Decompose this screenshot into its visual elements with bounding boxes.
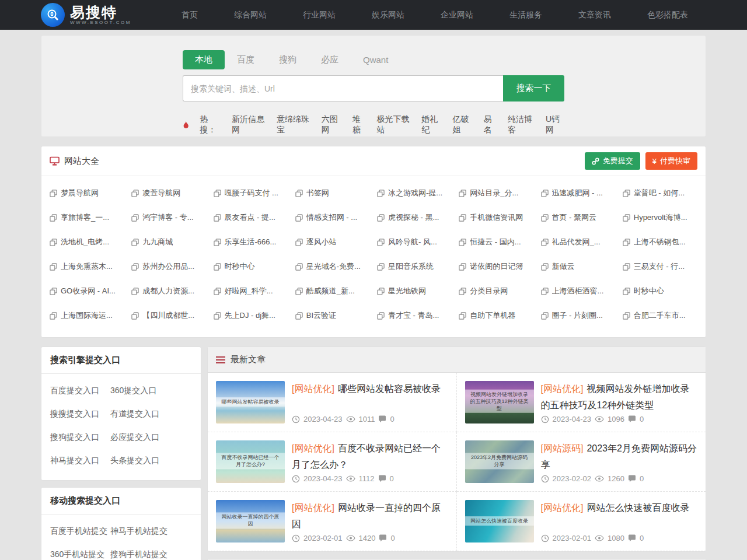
hot-search-link-7[interactable]: 亿破姐 bbox=[452, 114, 473, 135]
site-link[interactable]: Hypervolt海博... bbox=[619, 205, 701, 230]
hot-search-link-9[interactable]: 纯洁博客 bbox=[508, 114, 535, 135]
article-thumbnail[interactable]: 百度不收录网站已经一个月了怎么办? bbox=[216, 440, 285, 483]
hot-search-link-6[interactable]: 婚礼纪 bbox=[421, 114, 442, 135]
site-link[interactable]: 三易支付 - 行... bbox=[619, 254, 701, 279]
paid-review-button[interactable]: ¥ 付费快审 bbox=[645, 152, 697, 170]
site-link[interactable]: 虎视探秘 - 黑... bbox=[374, 205, 455, 230]
nav-item-8[interactable]: 色彩搭配表 bbox=[629, 0, 706, 30]
submit-entry-link[interactable]: 360提交入口 bbox=[110, 379, 192, 402]
nav-item-2[interactable]: 综合网站 bbox=[216, 0, 285, 30]
site-link[interactable]: 首页 - 聚网云 bbox=[537, 205, 619, 230]
article-title-link[interactable]: [网站优化]百度不收录网站已经一个月了怎么办？ bbox=[292, 440, 448, 473]
article-thumbnail[interactable]: 网站怎么快速被百度收录 bbox=[465, 500, 534, 542]
nav-item-7[interactable]: 文章资讯 bbox=[560, 0, 629, 30]
site-link[interactable]: 上海国际海运... bbox=[46, 303, 128, 328]
site-link[interactable]: 时秒中心 bbox=[619, 279, 701, 303]
search-tab-2[interactable]: 百度 bbox=[225, 50, 267, 69]
site-link[interactable]: 鸿宇博客 - 专... bbox=[128, 205, 210, 230]
nav-item-1[interactable]: 首页 bbox=[163, 0, 216, 30]
nav-item-3[interactable]: 行业网站 bbox=[285, 0, 354, 30]
site-link[interactable]: 冰之游戏网-提... bbox=[374, 181, 455, 205]
site-link[interactable]: 恒捷云 - 国内... bbox=[455, 230, 537, 254]
site-link[interactable]: 迅速减肥网 - ... bbox=[537, 181, 619, 205]
hot-search-link-3[interactable]: 六图网 bbox=[322, 114, 342, 135]
site-link[interactable]: 礼品代发网_... bbox=[537, 230, 619, 254]
site-link[interactable]: 先上DJ - dj舞... bbox=[210, 303, 292, 328]
site-link[interactable]: 情感支招网 - ... bbox=[292, 205, 374, 230]
site-link[interactable]: BI云验证 bbox=[292, 303, 374, 328]
site-link[interactable]: 诺依阁的日记簿 bbox=[455, 254, 537, 279]
site-link[interactable]: 新做云 bbox=[537, 254, 619, 279]
site-link[interactable]: 苏州办公用品... bbox=[128, 254, 210, 279]
site-link[interactable]: 上海免熏蒸木... bbox=[46, 254, 128, 279]
site-link[interactable]: 时秒中心 bbox=[210, 254, 292, 279]
article-title-link[interactable]: [网站优化]网站怎么快速被百度收录 bbox=[541, 500, 698, 516]
site-link[interactable]: 自助下单机器 bbox=[455, 303, 537, 328]
site-link[interactable]: 乐享生活-666... bbox=[210, 230, 292, 254]
hot-search-link-5[interactable]: 极光下载站 bbox=[376, 114, 411, 135]
site-link[interactable]: 网站目录_分... bbox=[455, 181, 537, 205]
site-link[interactable]: 圈子 - 片刻圈... bbox=[537, 303, 619, 328]
hot-search-link-8[interactable]: 易名 bbox=[484, 114, 497, 135]
site-link[interactable]: 享旅博客_一... bbox=[46, 205, 128, 230]
site-link[interactable]: 青才宝 - 青岛... bbox=[374, 303, 455, 328]
submit-entry-link[interactable]: 百度手机站提交 bbox=[50, 520, 110, 543]
site-link[interactable]: GO收录网 - AI... bbox=[46, 279, 128, 303]
site-link[interactable]: 上海不锈钢包... bbox=[619, 230, 701, 254]
site-link[interactable]: 手机微信资讯网 bbox=[455, 205, 537, 230]
submit-entry-link[interactable]: 搜狗提交入口 bbox=[50, 426, 110, 449]
site-link[interactable]: 合肥二手车市... bbox=[619, 303, 701, 328]
article-thumbnail[interactable]: 视频网站发外链增加收录的五种技巧及12种外链类型 bbox=[465, 381, 534, 424]
article-thumbnail[interactable]: 2023年2月免费网站源码分享 bbox=[465, 440, 534, 483]
submit-entry-link[interactable]: 百度提交入口 bbox=[50, 379, 110, 402]
site-link[interactable]: 【四川成都世... bbox=[128, 303, 210, 328]
site-logo[interactable]: 易搜特 WWW.ESOOT.COM bbox=[41, 3, 131, 27]
site-link[interactable]: 堂普吧 - 如何... bbox=[619, 181, 701, 205]
nav-item-4[interactable]: 娱乐网站 bbox=[354, 0, 423, 30]
site-link[interactable]: 嘎腰子码支付 ... bbox=[210, 181, 292, 205]
search-tab-4[interactable]: 必应 bbox=[309, 50, 351, 69]
submit-entry-link[interactable]: 360手机站提交 bbox=[50, 543, 110, 560]
site-link[interactable]: 逐风小站 bbox=[292, 230, 374, 254]
search-tab-3[interactable]: 搜狗 bbox=[267, 50, 309, 69]
hot-search-link-2[interactable]: 意绵绵珠宝 bbox=[277, 114, 311, 135]
site-link[interactable]: 分类目录网 bbox=[455, 279, 537, 303]
site-link[interactable]: 成都人力资源... bbox=[128, 279, 210, 303]
site-link[interactable]: 洗地机_电烤... bbox=[46, 230, 128, 254]
submit-entry-link[interactable]: 神马手机站提交 bbox=[110, 520, 192, 543]
site-link[interactable]: 上海酒柜酒窖... bbox=[537, 279, 619, 303]
free-submit-button[interactable]: 免费提交 bbox=[585, 152, 640, 170]
search-tab-1[interactable]: 本地 bbox=[183, 50, 225, 69]
article-title-link[interactable]: [网站源码]2023年2月免费网站源码分享 bbox=[541, 440, 698, 473]
article-thumbnail[interactable]: 哪些网站发帖容易被收录 bbox=[216, 381, 285, 424]
search-button[interactable]: 搜索一下 bbox=[503, 75, 564, 102]
submit-entry-link[interactable]: 搜狗手机站提交 bbox=[110, 543, 192, 560]
site-link[interactable]: 风吟导航- 风... bbox=[374, 230, 455, 254]
site-link[interactable]: 酷威频道_新... bbox=[292, 279, 374, 303]
site-link[interactable]: 星光域名-免费... bbox=[292, 254, 374, 279]
site-link[interactable]: 星阳音乐系统 bbox=[374, 254, 455, 279]
site-link[interactable]: 梦晨导航网 bbox=[46, 181, 128, 205]
article-title-link[interactable]: [网站优化]视频网站发外链增加收录的五种技巧及12种外链类型 bbox=[541, 381, 698, 414]
article-thumbnail[interactable]: 网站收录一直掉的四个原因 bbox=[216, 500, 285, 542]
hot-search-link-10[interactable]: U钙网 bbox=[546, 114, 564, 135]
article-title-link[interactable]: [网站优化]网站收录一直掉的四个原因 bbox=[292, 500, 448, 533]
hot-search-link-1[interactable]: 新沂信息网 bbox=[232, 114, 266, 135]
nav-item-5[interactable]: 企业网站 bbox=[423, 0, 491, 30]
site-link[interactable]: 凌萱导航网 bbox=[128, 181, 210, 205]
submit-entry-link[interactable]: 头条提交入口 bbox=[110, 449, 192, 473]
site-link[interactable]: 九九商城 bbox=[128, 230, 210, 254]
nav-item-6[interactable]: 生活服务 bbox=[491, 0, 560, 30]
hot-search-link-4[interactable]: 堆糖 bbox=[352, 114, 366, 135]
site-link[interactable]: 星光地铁网 bbox=[374, 279, 455, 303]
submit-entry-link[interactable]: 有道提交入口 bbox=[110, 402, 192, 426]
submit-entry-link[interactable]: 搜搜提交入口 bbox=[50, 402, 110, 426]
search-tab-5[interactable]: Qwant bbox=[351, 51, 400, 69]
site-link[interactable]: 书签网 bbox=[292, 181, 374, 205]
article-title-link[interactable]: [网站优化]哪些网站发帖容易被收录 bbox=[292, 381, 448, 397]
submit-entry-link[interactable]: 神马提交入口 bbox=[50, 449, 110, 473]
search-input[interactable] bbox=[183, 75, 503, 102]
site-link[interactable]: 好啦网_科学... bbox=[210, 279, 292, 303]
submit-entry-link[interactable]: 必应提交入口 bbox=[110, 426, 192, 449]
site-link[interactable]: 辰友看点 - 提... bbox=[210, 205, 292, 230]
